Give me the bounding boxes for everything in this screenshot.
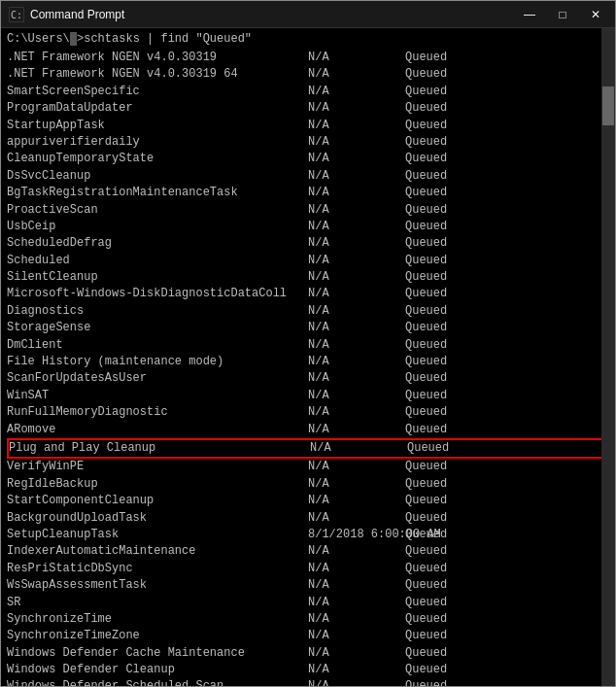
task-name: CleanupTemporaryState — [7, 151, 308, 167]
task-name: ScanForUpdatesAsUser — [7, 370, 308, 387]
task-na: N/A — [308, 459, 405, 475]
task-na: N/A — [308, 645, 405, 662]
task-status: Queued — [405, 561, 609, 577]
task-item: Windows Defender Cache MaintenanceN/AQue… — [7, 645, 609, 662]
task-status: Queued — [405, 370, 609, 387]
task-name: UsbCeip — [7, 219, 308, 235]
task-status: Queued — [407, 440, 607, 457]
task-item: appuriverifierdailyN/AQueued — [7, 134, 609, 151]
task-na: N/A — [308, 577, 405, 594]
task-list: .NET Framework NGEN v4.0.30319N/AQueued.… — [7, 50, 609, 686]
task-na: N/A — [308, 678, 405, 686]
task-item: ProactiveScanN/AQueued — [7, 202, 609, 219]
task-na: N/A — [308, 303, 405, 320]
close-button[interactable]: ✕ — [580, 5, 611, 24]
task-status: Queued — [405, 168, 609, 185]
task-name: SR — [7, 595, 308, 611]
task-name: StorageSense — [7, 320, 308, 336]
task-name: StartupAppTask — [7, 118, 308, 134]
task-status: Queued — [405, 286, 609, 302]
scrollbar[interactable] — [601, 28, 615, 686]
task-item: WinSATN/AQueued — [7, 388, 609, 404]
task-name: ProgramDataUpdater — [7, 100, 308, 117]
task-name: .NET Framework NGEN v4.0.30319 64 — [7, 66, 308, 83]
task-status: Queued — [405, 628, 609, 644]
task-status: Queued — [405, 476, 609, 493]
task-item: SynchronizeTimeN/AQueued — [7, 611, 609, 628]
username — [70, 32, 77, 46]
task-status: Queued — [405, 422, 609, 438]
task-status: Queued — [405, 303, 609, 320]
task-name: Diagnostics — [7, 303, 308, 320]
task-name: Plug and Play Cleanup — [9, 440, 310, 457]
task-na: N/A — [308, 84, 405, 100]
maximize-button[interactable]: □ — [547, 5, 578, 24]
task-name: RunFullMemoryDiagnostic — [7, 404, 308, 421]
task-item: StorageSenseN/AQueued — [7, 320, 609, 336]
task-na: N/A — [308, 286, 405, 302]
task-na: N/A — [308, 151, 405, 167]
command-line: C:\Users\ >schtasks | find "Queued" — [7, 32, 609, 46]
task-status: Queued — [405, 185, 609, 201]
task-status: Queued — [405, 100, 609, 117]
task-item: StartComponentCleanupN/AQueued — [7, 493, 609, 509]
task-name: Windows Defender Cleanup — [7, 662, 308, 678]
task-item: .NET Framework NGEN v4.0.30319 64N/AQueu… — [7, 66, 609, 83]
task-name: ResPriStaticDbSync — [7, 561, 308, 577]
app-icon: C: — [9, 7, 24, 22]
task-item: WsSwapAssessmentTaskN/AQueued — [7, 577, 609, 594]
task-na: N/A — [308, 219, 405, 235]
task-item: ProgramDataUpdaterN/AQueued — [7, 100, 609, 117]
task-name: SmartScreenSpecific — [7, 84, 308, 100]
task-item: StartupAppTaskN/AQueued — [7, 118, 609, 134]
task-item: Windows Defender CleanupN/AQueued — [7, 662, 609, 678]
task-item: Windows Defender Scheduled ScanN/AQueued — [7, 678, 609, 686]
task-status: Queued — [405, 235, 609, 252]
task-status: Queued — [405, 645, 609, 662]
task-item: ScheduledN/AQueued — [7, 253, 609, 269]
task-na: N/A — [308, 235, 405, 252]
scrollbar-thumb[interactable] — [602, 86, 614, 125]
task-name: VerifyWinPE — [7, 459, 308, 475]
task-status: Queued — [405, 388, 609, 404]
task-item: SRN/AQueued — [7, 595, 609, 611]
task-status: Queued — [405, 202, 609, 219]
command-path: C:\Users\ — [7, 32, 70, 46]
task-item: DiagnosticsN/AQueued — [7, 303, 609, 320]
task-na: N/A — [308, 662, 405, 678]
task-na: N/A — [308, 404, 405, 421]
task-na: N/A — [308, 134, 405, 151]
task-na: N/A — [308, 476, 405, 493]
task-status: Queued — [405, 527, 609, 543]
task-status: Queued — [405, 493, 609, 509]
task-name: SynchronizeTimeZone — [7, 628, 308, 644]
task-status: Queued — [405, 320, 609, 336]
task-na: N/A — [308, 202, 405, 219]
task-na: N/A — [308, 493, 405, 509]
task-name: DmClient — [7, 337, 308, 354]
command-prompt-window: C: Command Prompt — □ ✕ C:\Users\ >schta… — [0, 0, 616, 687]
task-item: ResPriStaticDbSyncN/AQueued — [7, 561, 609, 577]
task-na: N/A — [308, 611, 405, 628]
task-status: Queued — [405, 595, 609, 611]
task-item: UsbCeipN/AQueued — [7, 219, 609, 235]
task-status: Queued — [405, 66, 609, 83]
minimize-button[interactable]: — — [514, 5, 545, 24]
window-title: Command Prompt — [30, 8, 124, 21]
task-na: N/A — [308, 543, 405, 560]
task-status: Queued — [405, 577, 609, 594]
task-name: DsSvcCleanup — [7, 168, 308, 185]
task-item: BackgroundUploadTaskN/AQueued — [7, 510, 609, 527]
task-item: ScheduledDefragN/AQueued — [7, 235, 609, 252]
task-item: ARomoveN/AQueued — [7, 422, 609, 438]
task-name: Scheduled — [7, 253, 308, 269]
task-name: Windows Defender Scheduled Scan — [7, 678, 308, 686]
task-item: CleanupTemporaryStateN/AQueued — [7, 151, 609, 167]
title-bar: C: Command Prompt — □ ✕ — [1, 1, 615, 28]
task-name: IndexerAutomaticMaintenance — [7, 543, 308, 560]
task-item: DmClientN/AQueued — [7, 337, 609, 354]
task-item: Microsoft-Windows-DiskDiagnosticDataColl… — [7, 286, 609, 302]
task-status: Queued — [405, 354, 609, 370]
task-na: N/A — [308, 66, 405, 83]
task-name: WinSAT — [7, 388, 308, 404]
